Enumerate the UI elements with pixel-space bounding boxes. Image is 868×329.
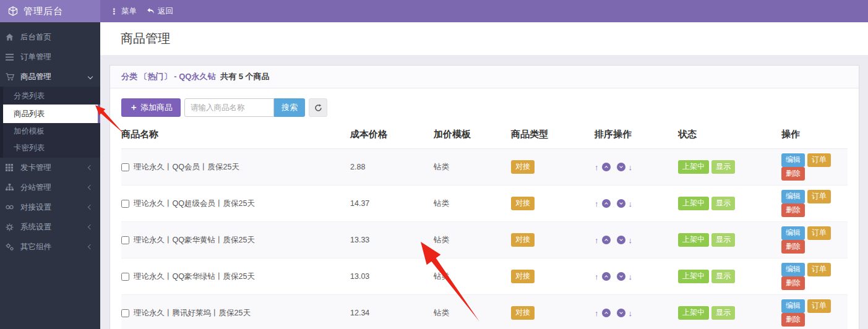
sort-up-icon[interactable] [602,163,611,171]
row-checkbox[interactable] [121,273,129,281]
home-icon [6,33,17,41]
sidebar-item-home[interactable]: 后台首页 [0,27,100,47]
col-header-sort: 排序操作 [595,124,678,149]
refresh-button[interactable] [309,98,327,117]
cart-icon [6,73,17,81]
sort-down-icon[interactable] [617,163,625,171]
sidebar-item-orders[interactable]: 订单管理 [0,47,100,67]
content-area: 分类 〔热门〕 - QQ永久钻 共有 5 个商品 ＋ 添加商品 搜索 [100,55,868,329]
product-cost: 13.03 [350,258,434,295]
chevron-down-icon [88,74,93,79]
sort-top-icon[interactable]: ↑ [595,163,599,172]
search-input[interactable] [184,98,274,117]
sort-top-icon[interactable]: ↑ [595,272,599,281]
sidebar-item-label: 发卡管理 [20,163,51,173]
status-badge-show[interactable]: 显示 [711,197,735,210]
back-button-label: 返回 [158,6,173,17]
back-button[interactable]: 返回 [147,6,173,17]
sidebar-item-system-settings[interactable]: 系统设置 [0,217,100,237]
sort-bottom-icon[interactable]: ↓ [629,163,633,172]
order-button[interactable]: 订单 [807,226,831,240]
status-badge-on[interactable]: 上架中 [678,270,709,283]
sort-bottom-icon[interactable]: ↓ [629,236,633,245]
submenu-item-label: 商品列表 [14,109,45,119]
col-header-cost: 成本价格 [350,124,434,149]
chevron-left-icon [88,185,93,190]
page-title-band: 商品管理 [100,22,868,55]
table-row: 理论永久丨腾讯好莱坞丨质保25天 12.34 钻类 对接 ↑↓ 上架中显示 编辑… [121,295,848,329]
sort-bottom-icon[interactable]: ↓ [629,309,633,318]
breadcrumb-count: 共有 5 个商品 [220,72,269,81]
edit-button[interactable]: 编辑 [781,153,805,167]
sidebar-item-api-settings[interactable]: 对接设置 [0,197,100,217]
row-checkbox[interactable] [121,163,129,171]
chevron-left-icon [88,244,93,249]
status-badge-on[interactable]: 上架中 [678,160,709,174]
edit-button[interactable]: 编辑 [781,226,805,240]
add-product-label: 添加商品 [140,102,173,113]
search-button[interactable]: 搜索 [274,98,305,117]
table-row: 理论永久丨QQ会员丨质保25天 2.88 钻类 对接 ↑↓ 上架中显示 编辑订单… [121,149,848,186]
status-badge-show[interactable]: 显示 [711,160,735,174]
delete-button[interactable]: 删除 [781,240,805,254]
sort-up-icon[interactable] [602,309,611,317]
sort-down-icon[interactable] [617,236,625,244]
order-button[interactable]: 订单 [807,263,831,276]
sidebar-item-label: 分站管理 [20,182,51,193]
submenu-item-card-list[interactable]: 卡密列表 [3,140,100,156]
product-cost: 14.37 [350,186,434,222]
order-button[interactable]: 订单 [807,190,831,203]
menu-toggle[interactable]: ⋮ 菜单 [110,6,137,17]
sidebar-item-label: 对接设置 [20,202,51,213]
status-badge-on[interactable]: 上架中 [678,306,709,320]
status-badge-on[interactable]: 上架中 [678,197,709,210]
status-badge-show[interactable]: 显示 [711,233,735,247]
sort-up-icon[interactable] [602,236,611,244]
edit-button[interactable]: 编辑 [781,299,805,313]
sort-bottom-icon[interactable]: ↓ [629,272,633,281]
delete-button[interactable]: 删除 [781,276,805,290]
edit-button[interactable]: 编辑 [781,190,805,203]
submenu-item-product-list[interactable]: 商品列表 [3,105,100,123]
chevron-left-icon [88,205,93,210]
sort-top-icon[interactable]: ↑ [595,309,599,318]
sidebar-item-subsites[interactable]: 分站管理 [0,177,100,197]
delete-button[interactable]: 删除 [781,167,805,181]
edit-button[interactable]: 编辑 [781,263,805,276]
product-template: 钻类 [434,295,511,329]
submenu-item-category-list[interactable]: 分类列表 [3,88,100,105]
sidebar: 后台首页 订单管理 商品管理 分类列表 商品列表 加价模板 卡密列表 发卡管理 … [0,22,100,329]
order-button[interactable]: 订单 [807,299,831,313]
order-button[interactable]: 订单 [807,153,831,167]
gear-icon [6,223,17,231]
plus-icon: ＋ [129,102,138,113]
sort-down-icon[interactable] [617,309,625,317]
sort-bottom-icon[interactable]: ↓ [629,199,633,208]
sort-up-icon[interactable] [602,272,611,281]
submenu-item-markup-template[interactable]: 加价模板 [3,123,100,140]
row-checkbox[interactable] [121,236,129,244]
sort-top-icon[interactable]: ↑ [595,236,599,245]
sort-top-icon[interactable]: ↑ [595,199,599,208]
status-badge-on[interactable]: 上架中 [678,233,709,247]
add-product-button[interactable]: ＋ 添加商品 [121,98,181,117]
product-template: 钻类 [434,186,511,222]
brand-logo[interactable]: 管理后台 [0,0,100,22]
sidebar-item-card-issuing[interactable]: 发卡管理 [0,158,100,177]
submenu-item-label: 卡密列表 [14,143,45,153]
row-checkbox[interactable] [121,309,129,317]
sidebar-item-products[interactable]: 商品管理 [0,67,100,87]
sidebar-item-label: 其它组件 [20,242,51,252]
delete-button[interactable]: 删除 [781,313,805,327]
product-template: 钻类 [434,149,511,186]
sidebar-item-other-components[interactable]: 其它组件 [0,237,100,257]
sort-down-icon[interactable] [617,199,625,208]
sort-down-icon[interactable] [617,272,625,281]
sort-up-icon[interactable] [602,199,611,208]
menu-dots-icon: ⋮ [110,7,118,16]
delete-button[interactable]: 删除 [781,203,805,217]
status-badge-show[interactable]: 显示 [711,270,735,283]
status-badge-show[interactable]: 显示 [711,306,735,320]
type-badge: 对接 [511,270,535,283]
row-checkbox[interactable] [121,200,129,208]
